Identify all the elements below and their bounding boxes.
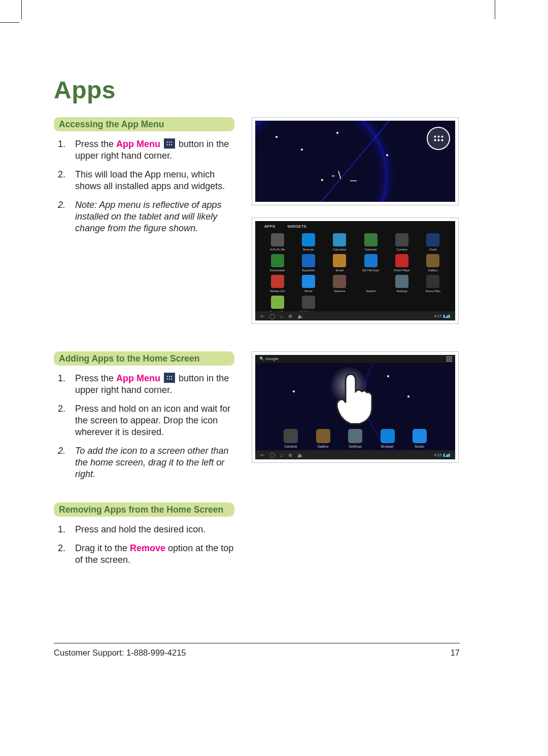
app-tile-icon (316, 429, 330, 443)
app-icon: Wi-Fi Analyz (295, 296, 321, 313)
section-heading-accessing: Accessing the App Menu (54, 117, 234, 131)
app-tile-icon (333, 233, 346, 246)
page-number: 17 (451, 648, 460, 658)
app-label: Browser (381, 445, 394, 448)
app-menu-icon (446, 356, 452, 362)
app-tile-icon (302, 296, 315, 309)
app-menu-icon (164, 373, 175, 383)
app-label: Search (366, 290, 375, 293)
clock-widget-icon: -\ _ (331, 169, 360, 182)
step: This will load the App menu, which shows… (75, 169, 234, 192)
crop-mark (0, 22, 19, 23)
search-icon: 🔍 Google (259, 356, 279, 361)
app-icon: Equalizer (295, 254, 321, 272)
app-label: Camera (285, 445, 297, 448)
app-tile-icon (381, 429, 395, 443)
app-label: Clock (429, 248, 437, 251)
text: Drag it to the (75, 543, 130, 553)
step: Press the App Menu button in the upper r… (75, 138, 234, 162)
app-icon: Sound Rec (420, 275, 446, 293)
note: Note: App menu is reflective of apps ins… (75, 199, 234, 234)
app-menu-button-highlight (427, 127, 450, 150)
app-tile-icon (271, 296, 284, 309)
app-grid-icon (433, 135, 443, 142)
app-label: Email (336, 269, 344, 272)
dock-app: Settings (348, 429, 362, 448)
note: To add the icon to a screen other than t… (75, 445, 234, 480)
app-tile-icon (302, 254, 315, 267)
hand-pointer-icon (330, 371, 376, 427)
app-label: Settings (396, 290, 407, 293)
app-tile-icon (271, 254, 284, 267)
app-label: Settings (349, 445, 361, 448)
app-label: Market Unl (270, 290, 285, 293)
app-tile-icon (395, 254, 408, 267)
section-heading-adding: Adding Apps to the Home Screen (54, 351, 234, 366)
app-icon: Speech Re (264, 296, 290, 313)
step: Press the App Menu button in the upper r… (75, 373, 234, 396)
app-tile-icon (364, 233, 378, 246)
status-time: 4:17 ▮◢▮ (434, 314, 450, 318)
app-menu-icon (164, 138, 175, 149)
app-icon: Calculator (327, 233, 353, 251)
screenshot-drag-app: 🔍 Google CameraGallerySettingsBrowserMus… (252, 351, 459, 463)
app-label: Camera (396, 248, 407, 251)
app-tile-icon (348, 429, 362, 443)
app-label: AnTuTu Be (270, 248, 285, 251)
app-icon: Camera (389, 233, 415, 251)
app-tile-icon (426, 275, 439, 288)
app-icon: Downloads (264, 254, 290, 272)
dock-app: Camera (284, 429, 298, 448)
app-tile-icon (395, 275, 408, 288)
crop-mark (21, 0, 22, 19)
app-label: Downloads (270, 269, 285, 272)
app-icon: Browser (295, 233, 321, 251)
app-icon: Search (358, 275, 384, 293)
app-icon: AnTuTu Be (264, 233, 290, 251)
nav-bar-icons: ⇐◯⌂⊕🔈 (260, 313, 309, 319)
app-icon: Flash Playe (389, 254, 415, 272)
app-icon: Music (295, 275, 321, 293)
app-tile-icon (333, 254, 346, 267)
app-label: ES File Expl (362, 269, 379, 272)
app-tile-icon (364, 275, 378, 288)
tab-apps: APPS (264, 224, 275, 229)
status-time: 4:15 ▮◢▮ (434, 453, 450, 457)
app-icon: Settings (389, 275, 415, 293)
step: Press and hold the desired icon. (75, 524, 234, 535)
app-icon: Nescore (327, 275, 353, 293)
app-icon: Calendar (358, 233, 384, 251)
keyword-app-menu: App Menu (116, 139, 160, 149)
app-tile-icon (271, 233, 284, 246)
step: Drag it to the Remove option at the top … (75, 543, 234, 566)
text: Press the (75, 139, 116, 149)
app-label: Equalizer (302, 269, 315, 272)
app-tile-icon (395, 233, 408, 246)
app-icon: ES File Expl (358, 254, 384, 272)
keyword-remove: Remove (130, 543, 165, 553)
nav-bar-icons: ⇐◯⌂⊕🔈 (260, 452, 309, 458)
app-label: Calendar (364, 248, 376, 251)
app-icon: Email (327, 254, 353, 272)
app-label: Calculator (333, 248, 347, 251)
keyword-app-menu: App Menu (116, 373, 160, 383)
app-tile-icon (284, 429, 298, 443)
footer-rule (54, 643, 460, 643)
dock-app: Browser (381, 429, 395, 448)
app-label: Flash Playe (394, 269, 409, 272)
app-label: Sound Rec (425, 290, 440, 293)
screenshot-home-corner: -\ _ (252, 117, 459, 205)
app-tile-icon (271, 275, 284, 288)
text: Press the (75, 373, 116, 383)
footer-support: Customer Support: 1-888-999-4215 (54, 648, 186, 658)
app-label: Nescore (334, 290, 345, 293)
app-tile-icon (426, 233, 439, 246)
app-tile-icon (333, 275, 346, 288)
app-label: Browser (303, 248, 314, 251)
app-label: Gallery (428, 269, 438, 272)
app-label: Music (415, 445, 424, 448)
step: Press and hold on an icon and wait for t… (75, 403, 234, 438)
app-label: Gallery (317, 445, 328, 448)
app-tile-icon (426, 254, 439, 267)
app-tile-icon (413, 429, 427, 443)
